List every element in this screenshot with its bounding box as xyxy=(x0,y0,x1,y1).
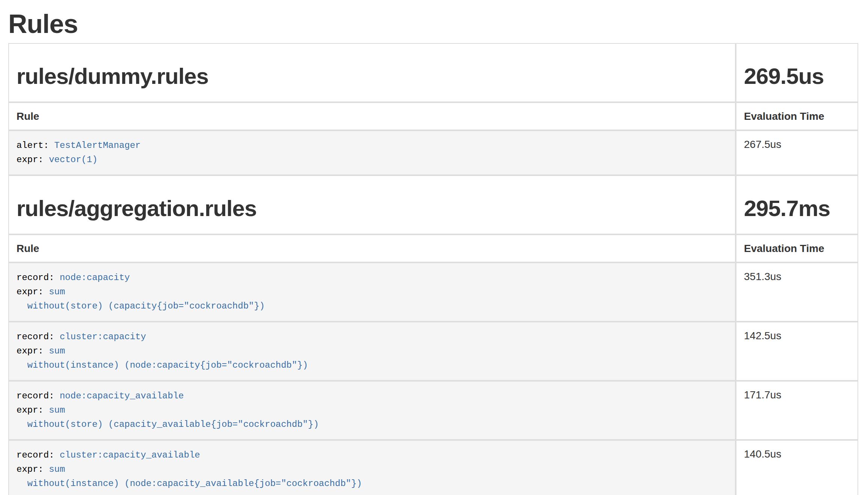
eval-time-value: 142.5us xyxy=(744,330,781,341)
group-eval-total-cell: 269.5us xyxy=(736,43,858,102)
rule-expr-link[interactable]: vector(1) xyxy=(49,155,97,165)
rule-cell: record: node:capacity expr: sum without(… xyxy=(8,262,736,322)
rule-column-header: Rule xyxy=(16,110,39,122)
page-title: Rules xyxy=(8,10,858,39)
record-name-link[interactable]: node:capacity_available xyxy=(60,391,184,401)
eval-time-cell: 351.3us xyxy=(736,262,858,322)
expr-keyword: expr: xyxy=(16,287,49,297)
rule-row: record: node:capacity_available expr: su… xyxy=(8,381,858,440)
expr-keyword: expr: xyxy=(16,155,49,165)
alert-keyword: alert: xyxy=(16,140,54,151)
record-name-link[interactable]: cluster:capacity_available xyxy=(60,450,200,460)
eval-time-cell: 171.7us xyxy=(736,381,858,440)
rule-row: record: node:capacity expr: sum without(… xyxy=(8,262,858,322)
rule-column-header-cell: Rule xyxy=(8,234,736,262)
rule-cell: record: cluster:capacity expr: sum witho… xyxy=(8,322,736,381)
group-header-row: rules/aggregation.rules 295.7ms xyxy=(8,175,858,234)
rule-code: record: cluster:capacity_available expr:… xyxy=(16,448,727,491)
rule-expr-link[interactable]: sum without(instance) (node:capacity_ava… xyxy=(16,464,362,489)
eval-time-value: 267.5us xyxy=(744,139,781,150)
record-keyword: record: xyxy=(16,391,60,401)
record-keyword: record: xyxy=(16,332,60,342)
eval-time-value: 171.7us xyxy=(744,389,781,401)
eval-time-cell: 267.5us xyxy=(736,130,858,175)
rule-row: record: cluster:capacity expr: sum witho… xyxy=(8,322,858,381)
expr-keyword: expr: xyxy=(16,464,49,474)
group-header-row: rules/dummy.rules 269.5us xyxy=(8,43,858,102)
rule-code: alert: TestAlertManager expr: vector(1) xyxy=(16,139,727,167)
eval-time-column-header: Evaluation Time xyxy=(744,243,824,254)
eval-column-header-cell: Evaluation Time xyxy=(736,102,858,130)
record-name-link[interactable]: cluster:capacity xyxy=(60,332,146,342)
eval-time-value: 351.3us xyxy=(744,271,781,282)
rule-column-header-cell: Rule xyxy=(8,102,736,130)
expr-keyword: expr: xyxy=(16,346,49,356)
rule-expr-link[interactable]: sum without(instance) (node:capacity{job… xyxy=(16,346,308,370)
rule-row: record: cluster:capacity_available expr:… xyxy=(8,440,858,495)
column-header-row: Rule Evaluation Time xyxy=(8,234,858,262)
rule-code: record: node:capacity_available expr: su… xyxy=(16,389,727,432)
rule-cell: record: node:capacity_available expr: su… xyxy=(8,381,736,440)
rule-code: record: cluster:capacity expr: sum witho… xyxy=(16,330,727,373)
record-keyword: record: xyxy=(16,273,60,283)
alert-name-link[interactable]: TestAlertManager xyxy=(54,140,141,151)
group-file-cell: rules/aggregation.rules xyxy=(8,175,736,234)
group-file-name: rules/dummy.rules xyxy=(16,64,727,89)
record-keyword: record: xyxy=(16,450,60,460)
rule-column-header: Rule xyxy=(16,243,39,254)
rules-table: rules/dummy.rules 269.5us Rule Evaluatio… xyxy=(8,43,858,495)
rule-cell: alert: TestAlertManager expr: vector(1) xyxy=(8,130,736,175)
rule-row: alert: TestAlertManager expr: vector(1) … xyxy=(8,130,858,175)
rule-expr-link[interactable]: sum without(store) (capacity_available{j… xyxy=(16,405,319,429)
record-name-link[interactable]: node:capacity xyxy=(60,273,130,283)
group-eval-total-cell: 295.7ms xyxy=(736,175,858,234)
rules-page: Rules rules/dummy.rules 269.5us Rule xyxy=(8,10,858,495)
expr-keyword: expr: xyxy=(16,405,49,415)
group-eval-total: 269.5us xyxy=(744,64,850,89)
rule-cell: record: cluster:capacity_available expr:… xyxy=(8,440,736,495)
eval-time-cell: 142.5us xyxy=(736,322,858,381)
eval-time-cell: 140.5us xyxy=(736,440,858,495)
rule-expr-link[interactable]: sum without(store) (capacity{job="cockro… xyxy=(16,287,265,311)
eval-time-column-header: Evaluation Time xyxy=(744,110,824,122)
eval-time-value: 140.5us xyxy=(744,448,781,460)
column-header-row: Rule Evaluation Time xyxy=(8,102,858,130)
rule-code: record: node:capacity expr: sum without(… xyxy=(16,271,727,313)
group-file-cell: rules/dummy.rules xyxy=(8,43,736,102)
eval-column-header-cell: Evaluation Time xyxy=(736,234,858,262)
group-eval-total: 295.7ms xyxy=(744,196,850,221)
group-file-name: rules/aggregation.rules xyxy=(16,196,727,221)
